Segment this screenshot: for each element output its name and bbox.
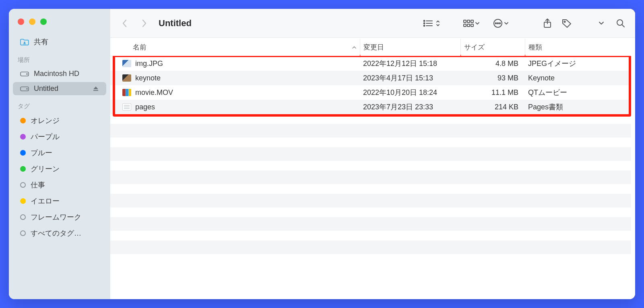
table-row[interactable]: keynote 2023年4月17日 15:13 93 MB Keynote bbox=[110, 71, 631, 85]
table-row[interactable]: img.JPG 2022年12月12日 15:18 4.8 MB JPEGイメー… bbox=[110, 56, 631, 71]
sidebar-item-label: Untitled bbox=[34, 84, 58, 93]
file-thumbnail-icon bbox=[122, 103, 131, 111]
sidebar-tag-all[interactable]: すべてのタグ… bbox=[13, 226, 106, 240]
svg-point-4 bbox=[27, 88, 27, 89]
sidebar-item-label: ブルー bbox=[31, 148, 52, 158]
svg-point-5 bbox=[424, 20, 425, 21]
hdd-icon bbox=[20, 71, 29, 77]
sidebar-tag-blue[interactable]: ブルー bbox=[13, 146, 106, 160]
sidebar-item-label: フレームワーク bbox=[31, 212, 81, 222]
file-kind: QTムービー bbox=[525, 85, 631, 100]
sidebar-tag-purple[interactable]: パープル bbox=[13, 129, 106, 144]
empty-row bbox=[110, 170, 631, 184]
sidebar-item-label: オレンジ bbox=[31, 116, 60, 125]
file-name: movie.MOV bbox=[135, 88, 173, 97]
toolbar: Untitled bbox=[110, 9, 635, 38]
empty-row bbox=[110, 184, 631, 194]
shared-folder-icon bbox=[20, 38, 29, 45]
empty-row bbox=[110, 124, 631, 138]
action-menu-button[interactable] bbox=[493, 18, 509, 29]
empty-row bbox=[110, 138, 631, 147]
sidebar-tag-work[interactable]: 仕事 bbox=[13, 178, 106, 192]
file-kind: Pages書類 bbox=[525, 100, 631, 114]
file-thumbnail-icon bbox=[122, 60, 131, 67]
sidebar-item-macintosh-hd[interactable]: Macintosh HD bbox=[13, 67, 106, 80]
sidebar-item-label: グリーン bbox=[31, 164, 60, 174]
sidebar-tag-orange[interactable]: オレンジ bbox=[13, 113, 106, 128]
view-mode-button[interactable] bbox=[423, 19, 440, 28]
tags-button[interactable] bbox=[559, 15, 575, 31]
column-header-size[interactable]: サイズ bbox=[460, 39, 525, 56]
chevron-down-icon bbox=[475, 21, 480, 25]
sidebar-item-label: すべてのタグ… bbox=[31, 228, 81, 238]
column-header-modified[interactable]: 変更日 bbox=[360, 39, 460, 56]
file-size: 11.1 MB bbox=[460, 85, 525, 100]
svg-point-2 bbox=[27, 74, 27, 74]
column-label: 種類 bbox=[528, 43, 542, 51]
svg-line-24 bbox=[622, 25, 624, 27]
svg-rect-16 bbox=[471, 24, 473, 27]
column-header-kind[interactable]: 種類 bbox=[525, 39, 631, 56]
tag-dot-icon bbox=[20, 134, 26, 140]
table-row[interactable]: pages 2023年7月23日 23:33 214 KB Pages書類 bbox=[110, 100, 631, 114]
file-thumbnail-icon bbox=[122, 74, 131, 82]
back-button[interactable] bbox=[117, 15, 133, 31]
group-by-button[interactable] bbox=[463, 19, 480, 27]
svg-point-22 bbox=[564, 21, 565, 22]
forward-button[interactable] bbox=[136, 15, 152, 31]
column-label: 変更日 bbox=[363, 43, 384, 51]
empty-row bbox=[110, 207, 631, 217]
window-title: Untitled bbox=[159, 18, 192, 29]
file-size: 4.8 MB bbox=[460, 56, 525, 71]
empty-row bbox=[110, 161, 631, 170]
column-label: サイズ bbox=[464, 43, 485, 51]
file-kind: Keynote bbox=[525, 71, 631, 85]
dropdown-button[interactable] bbox=[593, 15, 609, 31]
tag-dot-icon bbox=[20, 118, 26, 123]
svg-point-9 bbox=[424, 25, 425, 26]
svg-rect-13 bbox=[471, 20, 473, 23]
search-button[interactable] bbox=[613, 15, 629, 31]
share-button[interactable] bbox=[539, 15, 555, 31]
sidebar-item-untitled[interactable]: Untitled bbox=[13, 82, 106, 95]
sidebar-tag-yellow[interactable]: イエロー bbox=[13, 194, 106, 208]
file-name: keynote bbox=[135, 74, 161, 82]
minimize-window-button[interactable] bbox=[29, 18, 35, 25]
tag-dot-icon bbox=[20, 214, 26, 220]
sidebar-tag-framework[interactable]: フレームワーク bbox=[13, 210, 106, 224]
empty-row bbox=[110, 231, 631, 240]
file-size: 93 MB bbox=[460, 71, 525, 85]
empty-row bbox=[110, 240, 631, 254]
sidebar: 共有 場所 Macintosh HD Untitled タグ bbox=[9, 9, 110, 299]
sidebar-item-label: Macintosh HD bbox=[34, 70, 79, 78]
file-modified: 2023年4月17日 15:13 bbox=[360, 71, 460, 85]
file-size: 214 KB bbox=[460, 100, 525, 114]
file-thumbnail-icon bbox=[122, 89, 131, 96]
empty-row bbox=[110, 217, 631, 231]
file-modified: 2023年7月23日 23:33 bbox=[360, 100, 460, 114]
tag-dot-icon bbox=[20, 166, 26, 172]
file-list: 名前 変更日 サイズ 種類 img.JPG bbox=[110, 38, 635, 299]
sidebar-tag-green[interactable]: グリーン bbox=[13, 162, 106, 176]
finder-window: 共有 場所 Macintosh HD Untitled タグ bbox=[9, 9, 635, 299]
svg-rect-11 bbox=[464, 20, 466, 23]
window-controls bbox=[9, 14, 110, 34]
sidebar-item-label: 共有 bbox=[34, 37, 48, 47]
file-modified: 2022年12月12日 15:18 bbox=[360, 56, 460, 71]
sidebar-section-tags: タグ bbox=[9, 96, 110, 113]
column-header-name[interactable]: 名前 bbox=[110, 39, 360, 56]
table-row[interactable]: movie.MOV 2022年10月20日 18:24 11.1 MB QTムー… bbox=[110, 85, 631, 100]
eject-icon[interactable] bbox=[93, 86, 99, 92]
tag-dot-icon bbox=[20, 182, 26, 188]
svg-rect-15 bbox=[467, 24, 470, 27]
sidebar-item-shared[interactable]: 共有 bbox=[13, 35, 106, 49]
chevron-down-icon bbox=[504, 21, 509, 25]
tag-dot-icon bbox=[20, 150, 26, 156]
file-name: pages bbox=[135, 103, 155, 111]
sidebar-item-label: イエロー bbox=[31, 196, 60, 206]
tag-dot-icon bbox=[20, 198, 26, 204]
zoom-window-button[interactable] bbox=[40, 18, 47, 25]
sidebar-item-label: パープル bbox=[31, 132, 60, 142]
close-window-button[interactable] bbox=[18, 18, 24, 25]
svg-point-20 bbox=[500, 23, 501, 24]
